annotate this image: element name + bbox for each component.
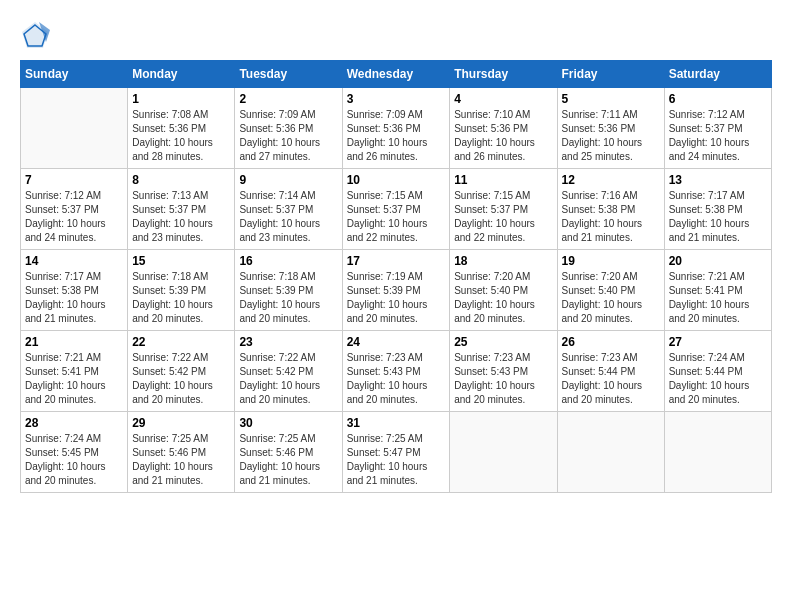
day-number: 3: [347, 92, 446, 106]
day-info: Sunrise: 7:15 AM Sunset: 5:37 PM Dayligh…: [454, 189, 552, 245]
day-info: Sunrise: 7:18 AM Sunset: 5:39 PM Dayligh…: [239, 270, 337, 326]
calendar-week-row: 14Sunrise: 7:17 AM Sunset: 5:38 PM Dayli…: [21, 250, 772, 331]
calendar-header-monday: Monday: [128, 61, 235, 88]
day-number: 27: [669, 335, 767, 349]
calendar-week-row: 7Sunrise: 7:12 AM Sunset: 5:37 PM Daylig…: [21, 169, 772, 250]
day-info: Sunrise: 7:23 AM Sunset: 5:43 PM Dayligh…: [454, 351, 552, 407]
day-info: Sunrise: 7:18 AM Sunset: 5:39 PM Dayligh…: [132, 270, 230, 326]
day-number: 31: [347, 416, 446, 430]
calendar-cell: 20Sunrise: 7:21 AM Sunset: 5:41 PM Dayli…: [664, 250, 771, 331]
day-number: 17: [347, 254, 446, 268]
day-number: 13: [669, 173, 767, 187]
day-number: 14: [25, 254, 123, 268]
day-number: 6: [669, 92, 767, 106]
day-info: Sunrise: 7:22 AM Sunset: 5:42 PM Dayligh…: [239, 351, 337, 407]
day-info: Sunrise: 7:12 AM Sunset: 5:37 PM Dayligh…: [669, 108, 767, 164]
day-info: Sunrise: 7:23 AM Sunset: 5:43 PM Dayligh…: [347, 351, 446, 407]
day-info: Sunrise: 7:17 AM Sunset: 5:38 PM Dayligh…: [25, 270, 123, 326]
day-info: Sunrise: 7:13 AM Sunset: 5:37 PM Dayligh…: [132, 189, 230, 245]
day-number: 22: [132, 335, 230, 349]
day-number: 15: [132, 254, 230, 268]
day-number: 7: [25, 173, 123, 187]
calendar-cell: 25Sunrise: 7:23 AM Sunset: 5:43 PM Dayli…: [450, 331, 557, 412]
calendar-cell: 14Sunrise: 7:17 AM Sunset: 5:38 PM Dayli…: [21, 250, 128, 331]
calendar-cell: 11Sunrise: 7:15 AM Sunset: 5:37 PM Dayli…: [450, 169, 557, 250]
day-number: 4: [454, 92, 552, 106]
day-info: Sunrise: 7:08 AM Sunset: 5:36 PM Dayligh…: [132, 108, 230, 164]
calendar-cell: [21, 88, 128, 169]
calendar-header-thursday: Thursday: [450, 61, 557, 88]
calendar-cell: 13Sunrise: 7:17 AM Sunset: 5:38 PM Dayli…: [664, 169, 771, 250]
day-number: 16: [239, 254, 337, 268]
day-info: Sunrise: 7:19 AM Sunset: 5:39 PM Dayligh…: [347, 270, 446, 326]
day-number: 11: [454, 173, 552, 187]
calendar-cell: 29Sunrise: 7:25 AM Sunset: 5:46 PM Dayli…: [128, 412, 235, 493]
calendar-cell: [450, 412, 557, 493]
calendar-week-row: 28Sunrise: 7:24 AM Sunset: 5:45 PM Dayli…: [21, 412, 772, 493]
calendar-cell: 16Sunrise: 7:18 AM Sunset: 5:39 PM Dayli…: [235, 250, 342, 331]
day-number: 20: [669, 254, 767, 268]
calendar-cell: 12Sunrise: 7:16 AM Sunset: 5:38 PM Dayli…: [557, 169, 664, 250]
day-number: 9: [239, 173, 337, 187]
calendar-cell: 31Sunrise: 7:25 AM Sunset: 5:47 PM Dayli…: [342, 412, 450, 493]
day-number: 18: [454, 254, 552, 268]
day-number: 5: [562, 92, 660, 106]
day-number: 12: [562, 173, 660, 187]
day-info: Sunrise: 7:15 AM Sunset: 5:37 PM Dayligh…: [347, 189, 446, 245]
calendar-cell: 8Sunrise: 7:13 AM Sunset: 5:37 PM Daylig…: [128, 169, 235, 250]
calendar-cell: 19Sunrise: 7:20 AM Sunset: 5:40 PM Dayli…: [557, 250, 664, 331]
day-info: Sunrise: 7:23 AM Sunset: 5:44 PM Dayligh…: [562, 351, 660, 407]
day-number: 23: [239, 335, 337, 349]
day-number: 8: [132, 173, 230, 187]
calendar-cell: 9Sunrise: 7:14 AM Sunset: 5:37 PM Daylig…: [235, 169, 342, 250]
day-number: 26: [562, 335, 660, 349]
day-info: Sunrise: 7:25 AM Sunset: 5:46 PM Dayligh…: [239, 432, 337, 488]
calendar-cell: 3Sunrise: 7:09 AM Sunset: 5:36 PM Daylig…: [342, 88, 450, 169]
calendar-cell: 2Sunrise: 7:09 AM Sunset: 5:36 PM Daylig…: [235, 88, 342, 169]
calendar-week-row: 1Sunrise: 7:08 AM Sunset: 5:36 PM Daylig…: [21, 88, 772, 169]
day-number: 10: [347, 173, 446, 187]
calendar-cell: 28Sunrise: 7:24 AM Sunset: 5:45 PM Dayli…: [21, 412, 128, 493]
day-info: Sunrise: 7:21 AM Sunset: 5:41 PM Dayligh…: [25, 351, 123, 407]
day-info: Sunrise: 7:10 AM Sunset: 5:36 PM Dayligh…: [454, 108, 552, 164]
day-number: 21: [25, 335, 123, 349]
calendar-cell: 5Sunrise: 7:11 AM Sunset: 5:36 PM Daylig…: [557, 88, 664, 169]
day-number: 28: [25, 416, 123, 430]
calendar-cell: 30Sunrise: 7:25 AM Sunset: 5:46 PM Dayli…: [235, 412, 342, 493]
day-info: Sunrise: 7:20 AM Sunset: 5:40 PM Dayligh…: [454, 270, 552, 326]
calendar-header-tuesday: Tuesday: [235, 61, 342, 88]
day-number: 2: [239, 92, 337, 106]
calendar-cell: 6Sunrise: 7:12 AM Sunset: 5:37 PM Daylig…: [664, 88, 771, 169]
calendar-header-saturday: Saturday: [664, 61, 771, 88]
day-info: Sunrise: 7:16 AM Sunset: 5:38 PM Dayligh…: [562, 189, 660, 245]
calendar-cell: 21Sunrise: 7:21 AM Sunset: 5:41 PM Dayli…: [21, 331, 128, 412]
calendar-cell: 17Sunrise: 7:19 AM Sunset: 5:39 PM Dayli…: [342, 250, 450, 331]
day-info: Sunrise: 7:11 AM Sunset: 5:36 PM Dayligh…: [562, 108, 660, 164]
day-number: 1: [132, 92, 230, 106]
day-info: Sunrise: 7:25 AM Sunset: 5:46 PM Dayligh…: [132, 432, 230, 488]
calendar-cell: 4Sunrise: 7:10 AM Sunset: 5:36 PM Daylig…: [450, 88, 557, 169]
day-number: 29: [132, 416, 230, 430]
calendar-cell: 1Sunrise: 7:08 AM Sunset: 5:36 PM Daylig…: [128, 88, 235, 169]
day-info: Sunrise: 7:09 AM Sunset: 5:36 PM Dayligh…: [347, 108, 446, 164]
calendar-table: SundayMondayTuesdayWednesdayThursdayFrid…: [20, 60, 772, 493]
day-info: Sunrise: 7:21 AM Sunset: 5:41 PM Dayligh…: [669, 270, 767, 326]
calendar-cell: 27Sunrise: 7:24 AM Sunset: 5:44 PM Dayli…: [664, 331, 771, 412]
calendar-header-sunday: Sunday: [21, 61, 128, 88]
day-number: 30: [239, 416, 337, 430]
calendar-cell: [557, 412, 664, 493]
day-info: Sunrise: 7:12 AM Sunset: 5:37 PM Dayligh…: [25, 189, 123, 245]
day-number: 24: [347, 335, 446, 349]
calendar-cell: 23Sunrise: 7:22 AM Sunset: 5:42 PM Dayli…: [235, 331, 342, 412]
day-info: Sunrise: 7:25 AM Sunset: 5:47 PM Dayligh…: [347, 432, 446, 488]
calendar-cell: [664, 412, 771, 493]
page-header: [20, 20, 772, 50]
day-info: Sunrise: 7:22 AM Sunset: 5:42 PM Dayligh…: [132, 351, 230, 407]
day-info: Sunrise: 7:20 AM Sunset: 5:40 PM Dayligh…: [562, 270, 660, 326]
calendar-cell: 7Sunrise: 7:12 AM Sunset: 5:37 PM Daylig…: [21, 169, 128, 250]
day-info: Sunrise: 7:24 AM Sunset: 5:45 PM Dayligh…: [25, 432, 123, 488]
day-number: 19: [562, 254, 660, 268]
day-info: Sunrise: 7:17 AM Sunset: 5:38 PM Dayligh…: [669, 189, 767, 245]
calendar-cell: 26Sunrise: 7:23 AM Sunset: 5:44 PM Dayli…: [557, 331, 664, 412]
calendar-cell: 15Sunrise: 7:18 AM Sunset: 5:39 PM Dayli…: [128, 250, 235, 331]
